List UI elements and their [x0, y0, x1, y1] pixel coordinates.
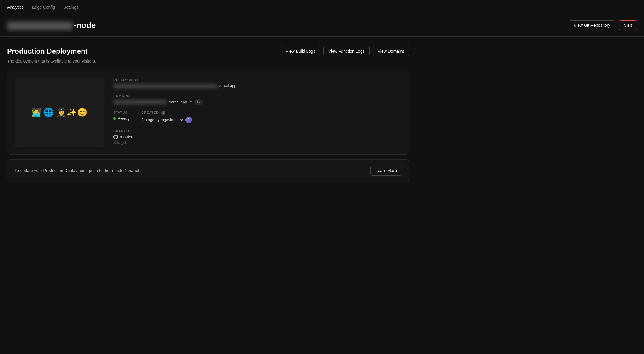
- deployment-label: DEPLOYMENT: [113, 78, 236, 82]
- header-bar: -node View Git Repository Visit: [0, 14, 644, 37]
- view-function-logs-button[interactable]: View Function Logs: [323, 46, 370, 56]
- section-actions: View Build Logs View Function Logs View …: [281, 46, 409, 56]
- created-info-icon: i: [161, 111, 165, 115]
- project-title: -node: [7, 21, 96, 30]
- deployment-url-suffix: .vercel.app: [217, 83, 236, 88]
- section-title: Production Deployment: [7, 47, 88, 55]
- more-options: ⋮: [392, 78, 402, 85]
- status-section: STATUS Ready: [113, 111, 129, 123]
- status-text: Ready: [117, 116, 129, 121]
- nav-analytics[interactable]: Analytics: [7, 5, 24, 10]
- deployment-url: .vercel.app: [113, 83, 236, 88]
- nav-edge-config[interactable]: Edge Config: [32, 5, 55, 10]
- github-icon: [113, 135, 118, 139]
- domain-row: .vercel.app ↗ +2: [113, 99, 402, 105]
- deployment-card: 🧑‍💻 🌐 👨‍✈️✨😊 DEPLOYMENT .vercel.app ⋮ DO…: [7, 71, 409, 155]
- nav-settings[interactable]: Settings: [63, 5, 79, 10]
- branch-value: master: [113, 135, 402, 139]
- main-content: Production Deployment View Build Logs Vi…: [0, 37, 416, 191]
- status-label: STATUS: [113, 111, 129, 114]
- deploy-header-row: DEPLOYMENT .vercel.app ⋮: [113, 78, 402, 94]
- deployment-info: DEPLOYMENT .vercel.app ⋮ DOMAINS .vercel…: [113, 78, 402, 147]
- domain-blurred: [113, 100, 167, 104]
- notice-text: To update your Production Deployment, pu…: [15, 168, 141, 173]
- header-actions: View Git Repository Visit: [569, 20, 637, 30]
- domain-link[interactable]: .vercel.app ↗: [113, 100, 192, 104]
- view-domains-button[interactable]: View Domains: [373, 46, 409, 56]
- created-value: 3m ago by ragavkumarv R: [141, 117, 192, 123]
- learn-more-button[interactable]: Learn More: [370, 166, 402, 176]
- project-name-suffix: -node: [74, 21, 96, 30]
- external-link-icon: ↗: [189, 100, 192, 104]
- created-text: 3m ago by ragavkumarv: [141, 118, 183, 122]
- status-dot: [113, 117, 116, 120]
- more-dots-button[interactable]: ⋮: [392, 77, 402, 85]
- top-navigation: Analytics Edge Config Settings: [0, 0, 644, 14]
- info-notice: To update your Production Deployment, pu…: [7, 159, 409, 182]
- view-git-repository-button[interactable]: View Git Repository: [569, 20, 615, 30]
- view-build-logs-button[interactable]: View Build Logs: [281, 46, 320, 56]
- preview-emoji: 🧑‍💻 🌐 👨‍✈️✨😊: [31, 107, 88, 117]
- created-label: CREATED i: [141, 111, 192, 115]
- section-header: Production Deployment View Build Logs Vi…: [7, 46, 409, 56]
- deployment-url-blurred: [113, 84, 217, 88]
- commit-id: id to _id: [113, 141, 402, 145]
- domains-section: DOMAINS .vercel.app ↗ +2: [113, 94, 402, 105]
- deployment-section: DEPLOYMENT .vercel.app: [113, 78, 236, 94]
- project-name-blurred: [7, 22, 73, 30]
- avatar: R: [185, 117, 192, 123]
- status-created-row: STATUS Ready CREATED i 3m ago by ragavku…: [113, 111, 402, 123]
- domain-extra-count: +2: [194, 99, 203, 105]
- created-label-text: CREATED: [141, 111, 159, 114]
- section-description: The deployment that is available to your…: [7, 59, 409, 63]
- visit-button[interactable]: Visit: [619, 20, 637, 30]
- preview-panel: 🧑‍💻 🌐 👨‍✈️✨😊: [15, 78, 104, 147]
- branch-name: master: [120, 135, 133, 139]
- domains-label: DOMAINS: [113, 94, 402, 98]
- status-value: Ready: [113, 116, 129, 121]
- branch-label: BRANCH: [113, 129, 402, 133]
- domain-suffix: .vercel.app: [168, 100, 187, 104]
- branch-section: BRANCH master id to _id: [113, 129, 402, 145]
- created-section: CREATED i 3m ago by ragavkumarv R: [141, 111, 192, 123]
